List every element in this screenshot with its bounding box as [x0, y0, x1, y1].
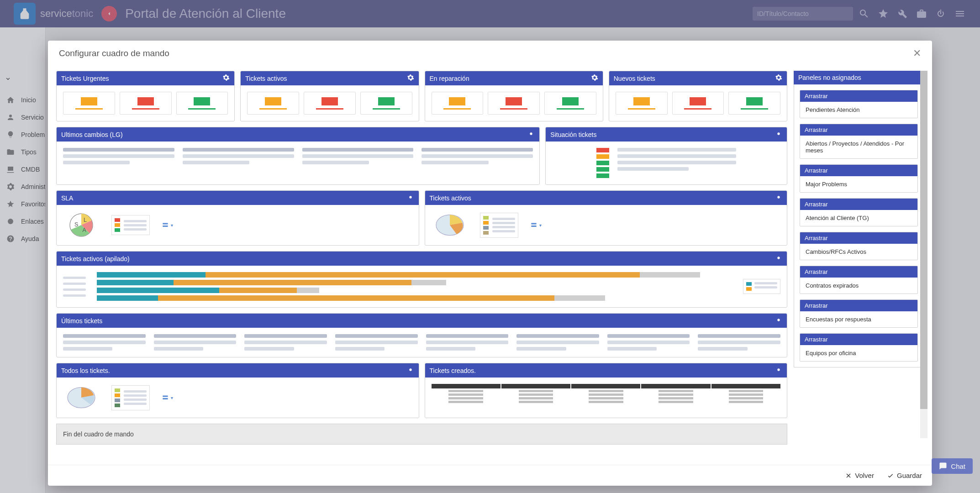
drag-handle[interactable]: Arrastrar [800, 199, 917, 210]
gear-icon[interactable] [775, 74, 782, 83]
drag-handle[interactable]: Arrastrar [800, 334, 917, 345]
filter-icon[interactable]: 〓 ▾ [162, 393, 173, 403]
drag-label: Major Problems [800, 176, 917, 192]
gear-icon[interactable] [775, 316, 782, 325]
gear-icon[interactable] [407, 366, 414, 375]
drag-label: Pendientes Atención [800, 102, 917, 118]
drag-handle[interactable]: Arrastrar [800, 266, 917, 278]
gear-icon[interactable] [775, 194, 782, 202]
drag-handle[interactable]: Arrastrar [800, 300, 917, 311]
save-button[interactable]: Guardar [887, 472, 922, 479]
filter-icon[interactable]: 〓 ▾ [530, 220, 542, 230]
panel-situacion-tickets[interactable]: Situación tickets [545, 127, 787, 185]
gear-icon[interactable] [591, 74, 598, 83]
svg-text:S: S [74, 221, 78, 228]
modal-title: Configurar cuadro de mando [59, 48, 169, 58]
drag-label: Contratos expirados [800, 278, 917, 294]
panel-tickets-activos[interactable]: Tickets activos [240, 71, 419, 121]
drag-card[interactable]: ArrastrarEncuestas por respuesta [800, 299, 918, 328]
drag-card[interactable]: ArrastrarCambios/RFCs Activos [800, 232, 918, 260]
filter-icon[interactable]: 〓 ▾ [162, 220, 173, 230]
panel-tickets-apilado[interactable]: Tickets activos (apilado) [56, 251, 787, 308]
panel-en-reparacion[interactable]: En reparación [425, 71, 603, 121]
pie-chart-icon: SLA [63, 211, 100, 239]
gear-icon[interactable] [775, 366, 782, 375]
drag-card[interactable]: ArrastrarPendientes Atención [800, 90, 918, 118]
panel-todos-tickets[interactable]: Todos los tickets. 〓 ▾ [56, 363, 419, 418]
gear-icon[interactable] [775, 130, 782, 139]
drag-handle[interactable]: Arrastrar [800, 232, 917, 244]
gear-icon[interactable] [527, 130, 535, 139]
drag-label: Equipos por oficina [800, 345, 917, 361]
drag-card[interactable]: ArrastrarContratos expirados [800, 266, 918, 294]
legend [111, 215, 150, 235]
kpi-green [176, 92, 228, 115]
dashboard-config-modal: Configurar cuadro de mando ✕ Tickets Urg… [48, 41, 932, 486]
gear-icon[interactable] [222, 74, 230, 83]
close-icon[interactable]: ✕ [913, 47, 921, 59]
modal-body: Tickets Urgentes Tickets activos [48, 66, 932, 465]
panel-tickets-creados[interactable]: Tickets creados. [425, 363, 788, 418]
drag-card[interactable]: ArrastrarAtención al Cliente (TG) [800, 198, 918, 226]
legend [480, 213, 518, 238]
drag-card[interactable]: ArrastrarAbiertos / Proyectos / Atendido… [800, 124, 918, 159]
pie-chart-icon [432, 211, 468, 239]
panel-nuevos-tickets[interactable]: Nuevos tickets [609, 71, 787, 121]
unassigned-panels: Paneles no asignados ArrastrarPendientes… [794, 71, 924, 460]
panel-tickets-activos-pie[interactable]: Tickets activos 〓 ▾ [425, 190, 788, 246]
drag-handle[interactable]: Arrastrar [800, 165, 917, 176]
modal-header: Configurar cuadro de mando ✕ [48, 41, 932, 66]
gear-icon[interactable] [407, 74, 414, 83]
kpi-red [120, 92, 172, 115]
svg-text:A: A [83, 227, 87, 233]
legend [743, 279, 780, 294]
panel-ultimos-cambios[interactable]: Ultimos cambios (LG) [56, 127, 540, 185]
drag-label: Abiertos / Proyectos / Atendidos - Por m… [800, 136, 917, 158]
drag-card[interactable]: ArrastrarMajor Problems [800, 164, 918, 193]
drag-handle[interactable]: Arrastrar [800, 124, 917, 136]
drag-label: Cambios/RFCs Activos [800, 244, 917, 260]
panel-ultimos-tickets[interactable]: Últimos tickets [56, 313, 787, 357]
gear-icon[interactable] [407, 194, 414, 202]
chat-widget[interactable]: Chat [932, 458, 973, 474]
drag-handle[interactable]: Arrastrar [800, 90, 917, 102]
unassigned-header: Paneles no asignados [794, 71, 924, 84]
pie-chart-icon [63, 384, 100, 411]
drag-card[interactable]: ArrastrarEquipos por oficina [800, 333, 918, 362]
modal-footer: Volver Guardar [48, 465, 932, 486]
panel-tickets-urgentes[interactable]: Tickets Urgentes [56, 71, 235, 121]
scrollbar[interactable] [920, 71, 927, 438]
panel-sla[interactable]: SLA SLA 〓 ▾ [56, 190, 419, 246]
legend [111, 385, 150, 410]
back-button[interactable]: Volver [845, 472, 874, 479]
drag-label: Encuestas por respuesta [800, 311, 917, 327]
drag-label: Atención al Cliente (TG) [800, 210, 917, 226]
gear-icon[interactable] [775, 254, 782, 263]
kpi-orange [63, 92, 115, 115]
svg-text:L: L [84, 217, 87, 223]
end-of-dashboard: Fin del cuadro de mando [56, 424, 787, 445]
